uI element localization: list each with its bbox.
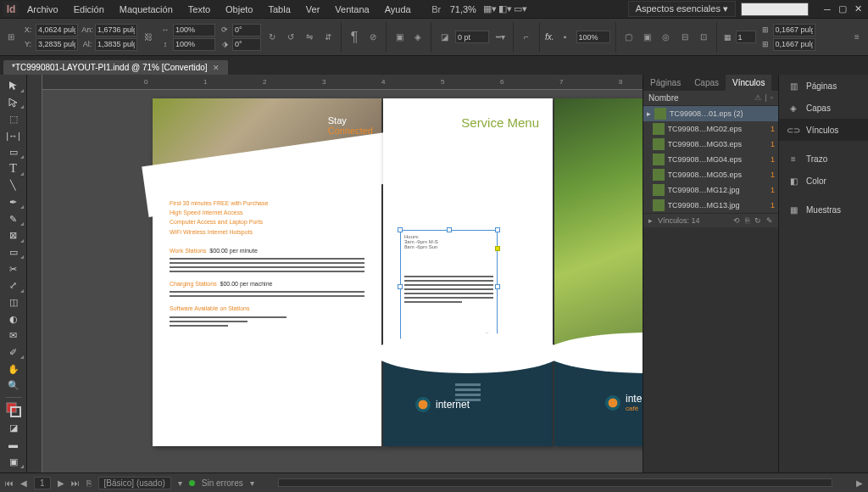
stroke-style-icon[interactable]: ━▾: [492, 30, 508, 45]
content-collector-tool[interactable]: ▭: [3, 145, 25, 160]
w-input[interactable]: [95, 24, 137, 36]
selection-tool[interactable]: [3, 78, 25, 93]
fill-stroke-swatch[interactable]: [3, 401, 25, 419]
menu-edicion[interactable]: Edición: [67, 3, 111, 16]
select-container-icon[interactable]: ▣: [392, 30, 407, 45]
flip-h-icon[interactable]: ⇋: [302, 30, 317, 45]
side-capas[interactable]: ◈Capas: [779, 97, 868, 119]
opacity-input[interactable]: [576, 31, 610, 43]
selected-text-frame[interactable]: Hours: 3am -9pm M-S 8am -6pm Sun: [400, 230, 498, 344]
page-2[interactable]: Service Menu Hours: 3am -9pm M-S 8am -6p…: [383, 98, 553, 446]
panel-tab-capas[interactable]: Capas: [687, 75, 726, 91]
page-nav-last-icon[interactable]: ⏭: [71, 478, 80, 488]
corner-options-icon[interactable]: ⌐: [519, 30, 534, 45]
x-input[interactable]: [36, 24, 78, 36]
link-row[interactable]: TC99908…MG13.jpg1: [643, 198, 778, 213]
menu-maquetacion[interactable]: Maquetación: [113, 3, 180, 16]
menu-ver[interactable]: Ver: [299, 3, 327, 16]
rectangle-tool[interactable]: ▭: [3, 245, 25, 260]
gutter-w-input[interactable]: [773, 24, 815, 36]
shear-input[interactable]: [232, 38, 261, 51]
document-tab[interactable]: *TC9990801-LAYOUT-PI1.indd @ 71% [Conver…: [3, 60, 228, 75]
screen-mode-icon[interactable]: ◧▾: [498, 3, 512, 16]
drop-shadow-icon[interactable]: ▪: [558, 30, 573, 45]
side-color[interactable]: ◧Color: [779, 170, 868, 192]
menu-ayuda[interactable]: Ayuda: [378, 3, 418, 16]
y-input[interactable]: [36, 38, 78, 51]
page-tool[interactable]: ⬚: [3, 111, 25, 126]
object-style-field[interactable]: [Básico] (usado): [98, 477, 171, 489]
formatting-container-icon[interactable]: ◪: [3, 421, 25, 436]
text-wrap-none-icon[interactable]: ▢: [621, 30, 637, 45]
link-row[interactable]: TC99908…MG05.eps1: [643, 167, 778, 182]
gradient-swatch-tool[interactable]: ◫: [3, 295, 25, 310]
line-tool[interactable]: ╲: [3, 178, 25, 193]
link-row[interactable]: TC99908…MG02.eps1: [643, 121, 778, 137]
cols-input[interactable]: [736, 31, 756, 43]
zoom-tool[interactable]: 🔍: [3, 378, 25, 394]
constrain-icon[interactable]: ⛓: [141, 30, 156, 45]
side-paginas[interactable]: ▥Páginas: [779, 75, 868, 97]
maximize-button[interactable]: ▢: [836, 3, 849, 15]
view-mode-normal-icon[interactable]: ▣: [3, 454, 25, 469]
page-nav-next-icon[interactable]: ▶: [58, 478, 64, 488]
menu-objeto[interactable]: Objeto: [219, 3, 259, 16]
menu-texto[interactable]: Texto: [181, 3, 217, 16]
pen-tool[interactable]: ✒: [3, 195, 25, 210]
pasteboard[interactable]: StayConnected First 30 minutes FREE with…: [42, 90, 643, 472]
side-muestras[interactable]: ▦Muestras: [779, 198, 868, 221]
page-col-icon[interactable]: ▫: [771, 93, 773, 103]
panel-tab-vinculos[interactable]: Vínculos: [726, 75, 771, 91]
note-tool[interactable]: ✉: [3, 328, 25, 344]
text-wrap-jumpcol-icon[interactable]: ⊡: [696, 30, 711, 45]
gradient-feather-tool[interactable]: ◐: [3, 311, 25, 327]
menu-ventana[interactable]: Ventana: [328, 3, 376, 16]
direct-selection-tool[interactable]: [3, 95, 25, 110]
hand-tool[interactable]: ✋: [3, 361, 25, 377]
menu-archivo[interactable]: Archivo: [20, 3, 65, 16]
text-wrap-jump-icon[interactable]: ⊟: [677, 30, 693, 45]
minimize-button[interactable]: ─: [821, 3, 834, 15]
open-icon[interactable]: ⎘: [86, 478, 92, 488]
rotate-input[interactable]: [232, 24, 261, 36]
eyedropper-tool[interactable]: ✐: [3, 345, 25, 361]
preflight-text[interactable]: Sin errores: [202, 478, 243, 488]
link-row[interactable]: ▸TC99908…01.eps (2): [643, 106, 778, 121]
horizontal-scrollbar[interactable]: [278, 478, 832, 487]
page-number-field[interactable]: 1: [34, 477, 51, 489]
edit-original-icon[interactable]: ✎: [766, 216, 773, 225]
fill-stroke-icon[interactable]: ◪: [437, 30, 452, 45]
scale-y-input[interactable]: [173, 38, 215, 51]
update-link-icon[interactable]: ↻: [754, 216, 761, 225]
arrange-icon[interactable]: ▭▾: [514, 3, 527, 16]
paragraph-icon[interactable]: ¶: [347, 30, 362, 45]
pencil-tool[interactable]: ✎: [3, 211, 25, 226]
horizontal-ruler[interactable]: 01234567891011: [42, 75, 643, 90]
page-nav-first-icon[interactable]: ⏮: [5, 478, 14, 488]
relink-icon[interactable]: ⟲: [733, 216, 740, 225]
stroke-weight-input[interactable]: [455, 31, 489, 43]
type-tool[interactable]: T: [3, 161, 25, 176]
clear-override-icon[interactable]: ⊘: [365, 30, 381, 45]
rotate-ccw-icon[interactable]: ↺: [283, 30, 298, 45]
link-row[interactable]: TC99908…MG12.jpg1: [643, 182, 778, 198]
page-nav-prev-icon[interactable]: ◀: [20, 478, 27, 488]
text-wrap-bbox-icon[interactable]: ▣: [640, 30, 655, 45]
view-options-icon[interactable]: ▦▾: [483, 3, 497, 16]
scroll-right-icon[interactable]: ▶: [856, 478, 863, 488]
search-input[interactable]: [741, 3, 809, 16]
h-input[interactable]: [95, 38, 137, 51]
select-content-icon[interactable]: ◈: [410, 30, 426, 45]
link-row[interactable]: TC99908…MG03.eps1: [643, 137, 778, 152]
close-button[interactable]: ✕: [851, 3, 865, 15]
apply-color-icon[interactable]: ▬: [3, 438, 25, 453]
rectangle-frame-tool[interactable]: ⊠: [3, 228, 25, 243]
workspace-dropdown[interactable]: Aspectos esenciales ▾: [628, 1, 736, 17]
control-menu-icon[interactable]: ≡: [849, 30, 865, 45]
side-trazo[interactable]: ≡Trazo: [779, 148, 868, 170]
page-1[interactable]: StayConnected First 30 minutes FREE with…: [153, 98, 381, 446]
side-vinculos[interactable]: ⊂⊃Vínculos: [779, 119, 868, 141]
scale-x-input[interactable]: [173, 24, 215, 36]
reference-point-icon[interactable]: ⊞: [3, 30, 19, 45]
rotate-cw-icon[interactable]: ↻: [264, 30, 280, 45]
